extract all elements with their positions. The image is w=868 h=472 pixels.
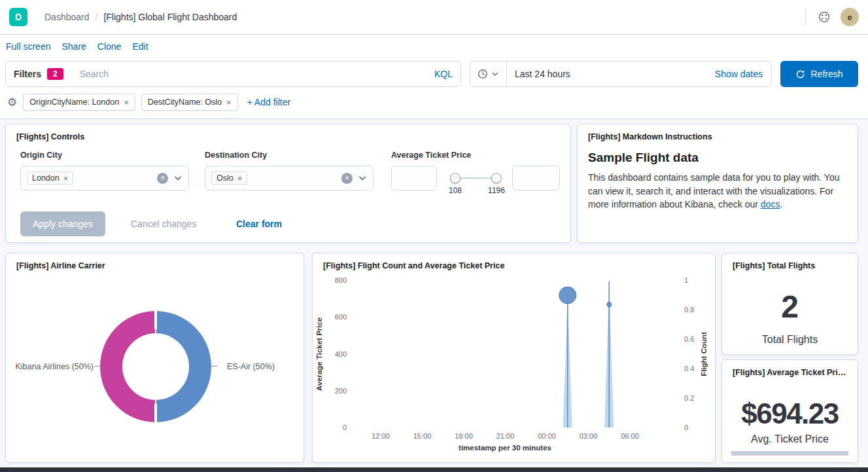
space-avatar[interactable]: D [9,8,27,26]
slider-handle-max[interactable] [491,173,502,183]
gear-icon[interactable]: ⚙ [7,97,17,108]
cancel-changes-button[interactable]: Cancel changes [131,211,196,236]
filters-count-badge: 2 [47,68,63,80]
close-icon[interactable]: × [124,98,129,107]
chevron-down-icon [491,70,499,78]
clear-form-button[interactable]: Clear form [236,211,282,236]
price-range-slider[interactable]: 108 1196 [455,177,496,179]
panel-airline-carrier: [Flights] Airline Carrier Kibana Airline… [5,253,304,463]
panel-title: [Flights] Controls [6,124,570,141]
flights-chart-svg[interactable]: 020040060080000.20.40.60.8112:0015:0018:… [313,253,715,462]
combo-pill-label: London [32,173,60,183]
breadcrumb-separator-icon: / [95,12,98,22]
docs-link[interactable]: docs [761,199,780,209]
svg-text:200: 200 [335,387,347,395]
close-icon[interactable]: × [237,174,243,183]
show-dates-button[interactable]: Show dates [715,69,763,79]
panel-markdown: [Flights] Markdown Instructions Sample F… [577,124,858,243]
panel-title: [Flights] Total Flights [722,253,858,270]
close-icon[interactable]: × [63,174,69,183]
panel-controls: [Flights] Controls Origin City London × … [5,124,571,243]
destination-city-label: Destination City [205,151,373,160]
origin-city-control: Origin City London × × [20,151,189,191]
svg-text:12:00: 12:00 [372,432,390,440]
add-filter-button[interactable]: + Add filter [247,97,291,107]
total-flights-label: Total Flights [722,334,858,346]
refresh-button[interactable]: Refresh [780,61,858,87]
share-link[interactable]: Share [61,41,86,52]
price-max-input[interactable] [512,166,560,191]
panel-avg-ticket-price: [Flights] Average Ticket Pri… $694.23 Av… [721,359,858,463]
markdown-text: This dashboard contains sample data for … [588,172,839,209]
origin-city-selected[interactable]: London × [27,172,73,185]
airline-donut-chart[interactable] [100,311,211,422]
destination-city-control: Destination City Oslo × × [205,151,373,191]
filters-label: Filters [14,69,41,79]
svg-text:600: 600 [335,313,347,321]
search-box: Filters 2 KQL [5,61,461,87]
chevron-down-icon[interactable] [358,173,367,183]
breadcrumb: Dashboard / [Flights] Global Flight Dash… [44,12,237,22]
clock-icon [477,69,488,79]
origin-city-label: Origin City [20,151,189,160]
svg-text:0.2: 0.2 [684,394,694,402]
slider-handle-min[interactable] [450,173,460,183]
svg-text:0.6: 0.6 [684,335,694,343]
filter-pill-label: OriginCityName: London [29,98,119,107]
combo-pill-label: Oslo [217,173,234,183]
markdown-text: . [780,199,782,209]
filter-pill-label: DestCityName: Oslo [148,98,222,107]
full-screen-link[interactable]: Full screen [6,41,50,52]
kql-button[interactable]: KQL [434,69,453,79]
dashboard-grid: [Flights] Controls Origin City London × … [0,118,868,467]
metric-progress-bar [731,451,848,456]
svg-text:Average Ticket Price: Average Ticket Price [315,318,323,391]
user-avatar[interactable]: e [841,8,859,26]
chevron-down-icon[interactable] [173,173,182,183]
svg-text:06:00: 06:00 [621,432,639,440]
filter-row: ⚙ OriginCityName: London × DestCityName:… [7,94,290,111]
edit-link[interactable]: Edit [132,41,148,52]
donut-connector [94,366,100,367]
price-max-label: 1196 [483,186,510,195]
bottom-edge [0,467,868,472]
ticket-price-label: Average Ticket Price [391,151,560,160]
slider-track [455,177,496,179]
origin-city-combobox[interactable]: London × × [20,166,189,191]
destination-city-combobox[interactable]: Oslo × × [205,166,373,191]
donut-label-es-air: ES-Air (50%) [227,362,275,371]
filter-pill-origin[interactable]: OriginCityName: London × [23,94,135,111]
svg-text:15:00: 15:00 [413,432,432,440]
svg-text:400: 400 [335,350,347,358]
close-icon[interactable]: × [226,98,232,107]
clear-selection-icon[interactable]: × [157,173,168,184]
refresh-label: Refresh [810,69,842,79]
metric: $694.23 Avg. Ticket Price [722,399,858,445]
panel-total-flights: [Flights] Total Flights 2 Total Flights [721,253,858,355]
quick-select-button[interactable] [470,62,507,86]
destination-city-selected[interactable]: Oslo × [211,172,247,185]
header-bar: D Dashboard / [Flights] Global Flight Da… [0,0,868,35]
clear-selection-icon[interactable]: × [341,173,353,184]
price-min-label: 108 [446,186,464,195]
query-bar: Filters 2 KQL Last 24 h [5,61,858,87]
filters-toggle[interactable]: Filters 2 [14,68,63,80]
help-icon[interactable] [818,10,831,24]
kibana-app: D Dashboard / [Flights] Global Flight Da… [0,0,868,472]
clone-link[interactable]: Clone [97,41,122,52]
avg-ticket-price-label: Avg. Ticket Price [722,433,858,445]
svg-text:0: 0 [343,424,347,431]
svg-text:1: 1 [684,276,688,284]
svg-text:timestamp per 30 minutes: timestamp per 30 minutes [459,444,551,452]
breadcrumb-dashboard[interactable]: Dashboard [44,12,90,22]
filter-pill-destination[interactable]: DestCityName: Oslo × [141,94,238,111]
price-min-input[interactable] [391,166,437,191]
panel-title: [Flights] Airline Carrier [6,253,304,270]
donut-hole [122,333,189,400]
donut-label-kibana-airlines: Kibana Airlines (50%) [10,362,94,371]
svg-text:21:00: 21:00 [496,432,515,440]
search-input[interactable] [80,69,434,79]
apply-changes-button[interactable]: Apply changes [20,211,105,236]
ticket-price-control: Average Ticket Price 108 1196 [391,151,560,206]
time-range-value[interactable]: Last 24 hours [515,69,570,79]
